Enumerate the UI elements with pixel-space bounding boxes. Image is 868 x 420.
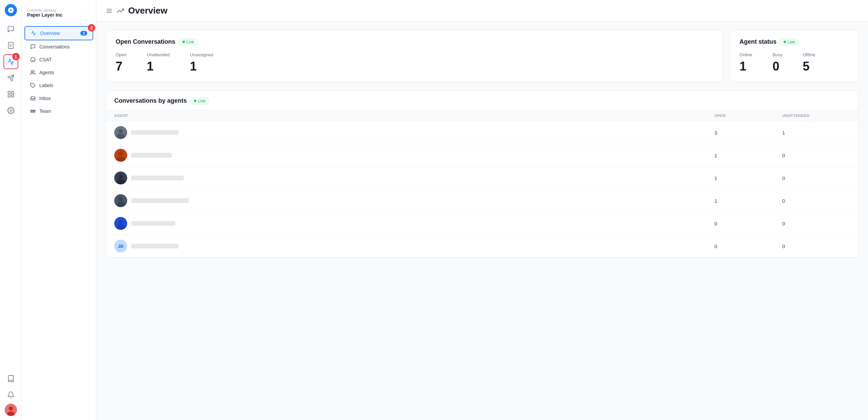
app-logo[interactable] (5, 4, 17, 16)
svg-rect-5 (8, 95, 10, 97)
agent-status-header: Agent status Live (739, 38, 849, 45)
svg-point-7 (10, 109, 12, 112)
open-conversations-card: Open Conversations Live Open 7 Unattende… (106, 30, 723, 82)
agent-cell-3 (114, 172, 714, 184)
csat-icon (30, 57, 36, 63)
stat-offline-label: Offline (803, 52, 815, 57)
stat-unassigned: Unassigned 1 (190, 52, 213, 74)
svg-rect-16 (31, 110, 32, 111)
agent-open-2: 1 (714, 153, 782, 158)
labels-icon (30, 82, 36, 88)
menu-icon[interactable] (106, 7, 113, 14)
overview-chart-icon (117, 7, 124, 15)
svg-point-36 (119, 197, 123, 201)
nav-item-labels[interactable]: Labels (24, 79, 93, 92)
user-avatar[interactable] (5, 404, 17, 416)
conversations-by-agents-live-label: Live (198, 99, 205, 103)
agent-avatar-2 (114, 149, 127, 162)
sub-sidebar: Currently viewing: Paper Layer Inc Overv… (22, 0, 96, 420)
sub-sidebar-header: Currently viewing: Paper Layer Inc (22, 5, 96, 23)
stat-busy: Busy 0 (773, 52, 783, 74)
sub-sidebar-nav: Overview 2 2 Conversations CSAT Agents (22, 23, 96, 120)
stat-unassigned-label: Unassigned (190, 52, 213, 57)
nav-badge-overview: 2 (80, 31, 87, 36)
agent-avatar-6: JD (114, 240, 127, 253)
svg-rect-4 (11, 92, 13, 94)
table-row: JD 0 0 (106, 235, 858, 257)
stat-offline: Offline 5 (803, 52, 815, 74)
nav-item-csat[interactable]: CSAT (24, 53, 93, 66)
agent-cell-5 (114, 217, 714, 230)
agent-name-3 (131, 176, 184, 180)
open-conversations-live-label: Live (186, 40, 194, 44)
open-conversations-header: Open Conversations Live (116, 38, 713, 45)
agent-status-live-label: Live (788, 40, 795, 44)
nav-label-labels: Labels (39, 83, 53, 88)
nav-item-agents[interactable]: Agents (24, 66, 93, 79)
svg-point-27 (119, 129, 123, 133)
agent-status-card: Agent status Live Online 1 Busy 0 (730, 30, 859, 82)
table-row: 3 1 (106, 121, 858, 144)
agent-avatar-5 (114, 217, 127, 230)
stat-offline-value: 5 (803, 59, 815, 74)
agent-cell-6: JD (114, 240, 714, 253)
sidebar-item-library[interactable] (3, 87, 18, 102)
agent-open-4: 1 (714, 198, 782, 204)
inbox-icon (30, 95, 36, 101)
agent-unattended-5: 0 (782, 221, 850, 226)
agent-avatar-3 (114, 172, 127, 184)
stat-busy-value: 0 (773, 59, 783, 74)
sidebar-item-library2[interactable] (3, 371, 18, 386)
svg-point-30 (118, 152, 123, 156)
sidebar-item-reports[interactable]: 1 (3, 54, 18, 69)
agents-live-dot (194, 100, 196, 102)
svg-point-11 (31, 57, 35, 62)
agent-avatar-1 (114, 126, 127, 139)
agent-avatar-4 (114, 194, 127, 207)
svg-point-40 (117, 224, 125, 230)
nav-item-team[interactable]: Team (24, 105, 93, 118)
sidebar-item-notifications[interactable] (3, 387, 18, 402)
table-row: 1 0 (106, 144, 858, 167)
icon-bar-bottom (3, 371, 18, 416)
sidebar-item-campaigns[interactable] (3, 71, 18, 85)
viewing-label: Currently viewing: (27, 8, 91, 12)
table-row: 1 0 (106, 189, 858, 212)
agent-cell-2 (114, 149, 714, 162)
overview-icon (31, 30, 37, 36)
agent-open-3: 1 (714, 175, 782, 181)
svg-point-37 (117, 202, 125, 207)
conversations-icon (30, 44, 36, 50)
agent-name-6 (131, 244, 179, 248)
nav-item-conversations[interactable]: Conversations (24, 40, 93, 53)
stat-online-label: Online (739, 52, 752, 57)
svg-rect-18 (34, 110, 35, 111)
sidebar-item-settings[interactable] (3, 103, 18, 118)
icon-bar: 1 (0, 0, 22, 420)
agent-status-stats: Online 1 Busy 0 Offline 5 (739, 52, 849, 74)
agent-status-live-badge: Live (780, 39, 799, 45)
agent-unattended-3: 0 (782, 175, 850, 181)
svg-point-39 (119, 220, 123, 224)
team-icon (30, 108, 36, 114)
agent-status-title: Agent status (739, 38, 776, 45)
live-dot (182, 41, 185, 43)
nav-label-overview: Overview (40, 31, 60, 36)
agent-unattended-4: 0 (782, 198, 850, 204)
nav-label-team: Team (39, 108, 51, 114)
agent-cell-4 (114, 194, 714, 207)
sidebar-item-conversations[interactable] (3, 22, 18, 37)
annotation-1: 1 (12, 53, 20, 60)
main-content: Overview Open Conversations Live Open 7 (96, 0, 868, 420)
stat-open-label: Open (116, 52, 126, 57)
nav-item-inbox[interactable]: Inbox (24, 92, 93, 105)
svg-rect-0 (8, 42, 13, 48)
nav-item-overview[interactable]: Overview 2 2 (24, 26, 93, 40)
agents-icon (30, 69, 36, 76)
conversations-by-agents-header: Conversations by agents Live (106, 91, 858, 110)
sidebar-item-contacts[interactable] (3, 38, 18, 53)
col-open: OPEN (714, 114, 782, 118)
svg-rect-6 (11, 95, 13, 97)
conversations-by-agents-card: Conversations by agents Live AGENT OPEN … (106, 90, 859, 258)
agent-unattended-6: 0 (782, 243, 850, 249)
